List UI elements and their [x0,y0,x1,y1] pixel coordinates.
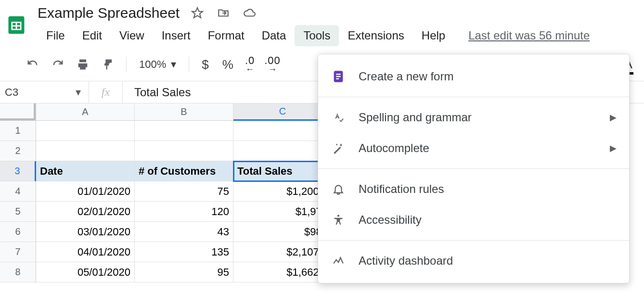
menu-extensions[interactable]: Extensions [339,25,412,46]
svg-rect-6 [336,74,340,75]
tools-spelling[interactable]: Spelling and grammar ▶ [318,102,629,133]
spellcheck-icon [331,110,346,125]
tools-create-form-label: Create a new form [359,70,453,83]
zoom-value: 100% [139,58,166,71]
menu-view[interactable]: View [111,25,153,46]
increase-decimal-button[interactable]: .00→ [260,56,284,73]
chevron-down-icon: ▾ [76,86,81,99]
redo-icon[interactable] [46,55,69,74]
select-all-corner[interactable] [0,103,36,121]
zoom-dropdown[interactable]: 100% ▾ [139,58,176,71]
row-header-1[interactable]: 1 [0,121,36,141]
submenu-arrow-icon: ▶ [610,143,617,154]
tools-spelling-label: Spelling and grammar [359,111,472,124]
cell-B7[interactable]: 135 [135,242,233,262]
svg-point-9 [337,215,339,217]
menu-tools[interactable]: Tools [295,25,339,46]
sheets-app-icon[interactable] [4,13,29,38]
svg-rect-8 [336,78,339,79]
doc-title[interactable]: Example Spreadsheet [38,4,180,22]
tools-autocomplete[interactable]: Autocomplete ▶ [318,133,629,164]
forms-icon [331,69,346,84]
cell-A3[interactable]: Date [36,161,135,181]
formula-bar[interactable]: Total Sales [123,86,191,99]
row-header-2[interactable]: 2 [0,141,36,161]
cell-B5[interactable]: 120 [135,202,233,222]
last-edit-link[interactable]: Last edit was 56 minute [468,29,590,42]
decrease-decimal-button[interactable]: .0← [241,56,258,73]
cell-A6[interactable]: 03/01/2020 [36,222,135,242]
cell-B2[interactable] [135,141,233,161]
accessibility-icon [331,212,346,228]
svg-rect-7 [336,76,340,77]
menu-help[interactable]: Help [413,25,454,46]
cell-B8[interactable]: 95 [135,262,233,282]
menu-separator [318,97,629,97]
cell-B1[interactable] [135,121,233,141]
submenu-arrow-icon: ▶ [610,112,617,123]
row-header-4[interactable]: 4 [0,181,36,202]
cell-A8[interactable]: 05/01/2020 [36,262,135,282]
print-icon[interactable] [71,55,94,74]
menubar: File Edit View Insert Format Data Tools … [38,25,590,46]
cell-A1[interactable] [36,121,135,141]
tools-accessibility-label: Accessibility [359,213,422,227]
tools-dropdown: Create a new form Spelling and grammar ▶… [318,54,630,283]
undo-icon[interactable] [21,55,44,74]
activity-icon [331,253,346,269]
menu-separator [318,240,629,241]
tools-activity-label: Activity dashboard [359,254,453,268]
column-header-A[interactable]: A [36,103,135,121]
tools-activity-dashboard[interactable]: Activity dashboard [318,245,629,276]
row-header-7[interactable]: 7 [0,242,36,262]
row-header-3[interactable]: 3 [0,161,36,181]
cell-B6[interactable]: 43 [135,222,233,242]
menu-file[interactable]: File [38,25,74,46]
fx-label: fx [89,81,123,103]
paint-format-icon[interactable] [96,55,119,74]
title-row: Example Spreadsheet File Edit Vi [0,0,644,46]
cell-A2[interactable] [36,141,135,161]
row-header-5[interactable]: 5 [0,202,36,222]
name-box[interactable]: C3 ▾ [0,81,89,103]
menu-insert[interactable]: Insert [153,25,199,46]
move-to-folder-icon[interactable] [215,5,232,21]
toolbar-separator [126,57,127,72]
row-header-6[interactable]: 6 [0,222,36,242]
star-icon[interactable] [189,5,206,21]
tools-notification-rules[interactable]: Notification rules [318,174,629,205]
svg-marker-4 [192,8,203,18]
cell-A5[interactable]: 02/01/2020 [36,202,135,222]
tools-create-form[interactable]: Create a new form [318,61,629,92]
cell-B4[interactable]: 75 [135,181,233,202]
menu-edit[interactable]: Edit [74,25,111,46]
tools-accessibility[interactable]: Accessibility [318,205,629,235]
magic-wand-icon [331,141,346,156]
chevron-down-icon: ▾ [171,58,176,71]
bell-icon [331,181,346,197]
tools-autocomplete-label: Autocomplete [359,141,429,155]
format-percent-button[interactable]: % [217,55,239,74]
cell-B3[interactable]: # of Customers [135,161,233,181]
name-box-value: C3 [5,86,18,99]
column-header-B[interactable]: B [135,103,233,121]
menu-format[interactable]: Format [199,25,253,46]
cloud-status-icon[interactable] [241,5,258,21]
format-currency-button[interactable]: $ [196,55,214,74]
toolbar-separator [189,57,189,72]
menu-data[interactable]: Data [253,25,295,46]
row-header-8[interactable]: 8 [0,262,36,282]
cell-A4[interactable]: 01/01/2020 [36,181,135,202]
cell-A7[interactable]: 04/01/2020 [36,242,135,262]
doc-title-row: Example Spreadsheet [38,4,590,22]
tools-notification-label: Notification rules [359,182,444,196]
menu-separator [318,168,629,169]
